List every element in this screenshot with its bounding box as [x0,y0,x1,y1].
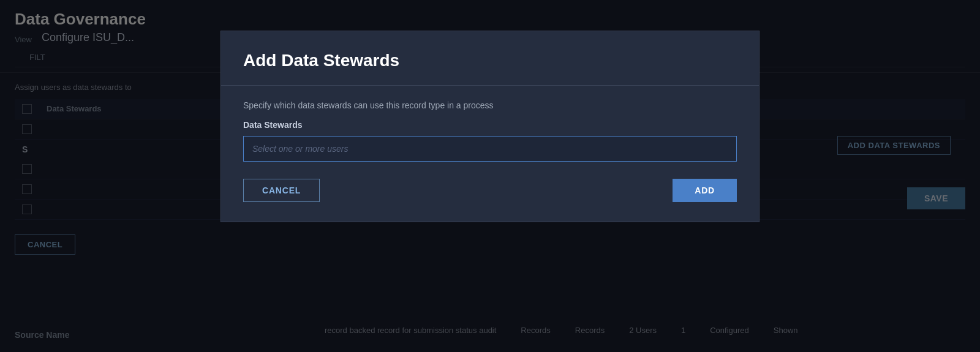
modal-add-button[interactable]: ADD [673,179,737,202]
modal-cancel-button[interactable]: CANCEL [243,179,320,202]
modal-description: Specify which data stewards can use this… [243,100,737,110]
modal-divider [221,85,759,86]
modal-actions: CANCEL ADD [243,179,737,202]
add-data-stewards-modal: Add Data Stewards Specify which data ste… [221,31,760,222]
modal-title: Add Data Stewards [243,51,737,70]
data-stewards-label: Data Stewards [243,120,737,130]
user-select-input[interactable] [243,136,737,162]
